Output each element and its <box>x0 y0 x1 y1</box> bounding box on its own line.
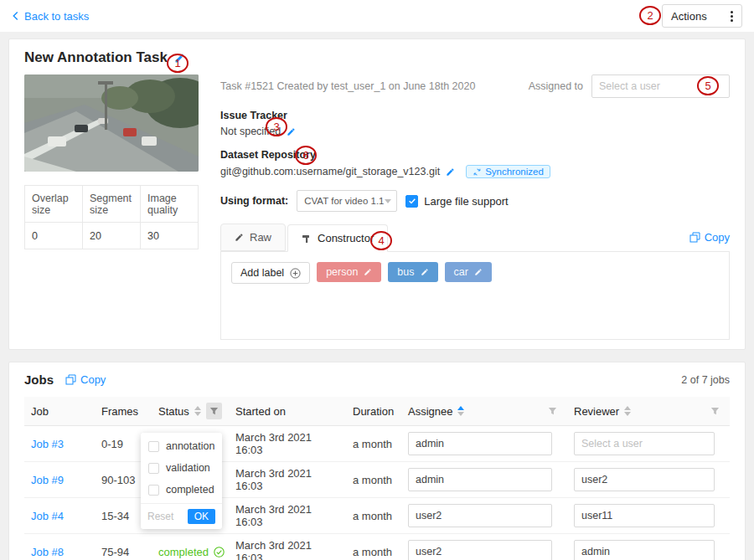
sync-status-label: Synchronized <box>485 167 544 177</box>
back-link-label: Back to tasks <box>24 10 89 23</box>
assigned-to-label: Assigned to <box>529 80 583 92</box>
column-reviewer[interactable]: Reviewer <box>574 405 619 418</box>
label-chip-person[interactable]: person <box>317 262 381 282</box>
dataset-repository-url: git@github.com:username/git_storage_v123… <box>220 166 440 177</box>
filter-option-annotation-label: annotation <box>166 440 214 452</box>
job-started: March 3rd 2021 16:03 <box>229 534 346 560</box>
task-title-row: New Annotation Task <box>24 49 730 66</box>
reviewer-filter-icon[interactable] <box>706 403 723 419</box>
param-header-overlap: Overlap size <box>25 186 83 223</box>
copy-jobs-button[interactable]: Copy <box>65 373 106 386</box>
tab-raw[interactable]: Raw <box>220 223 286 251</box>
copy-labels-label: Copy <box>705 231 730 244</box>
job-row-4: Job #4 15-34 March 3rd 2021 16:03 a mont… <box>24 498 730 534</box>
filter-option-validation[interactable]: validation <box>141 457 222 479</box>
tab-raw-label: Raw <box>250 231 271 244</box>
page-title: New Annotation Task <box>24 49 168 66</box>
copy-labels-button[interactable]: Copy <box>689 231 730 244</box>
column-duration: Duration <box>353 405 394 418</box>
edit-label-icon[interactable] <box>474 268 483 276</box>
check-icon <box>408 197 416 205</box>
reviewer-input[interactable] <box>574 432 715 455</box>
param-value-overlap: 0 <box>25 223 83 249</box>
job-started: March 3rd 2021 16:03 <box>229 462 346 498</box>
job-frames: 75-94 <box>95 534 152 560</box>
filter-option-validation-label: validation <box>166 462 210 474</box>
reviewer-input[interactable] <box>574 540 715 560</box>
label-chip-car[interactable]: car <box>445 262 492 282</box>
filter-reset-button[interactable]: Reset <box>147 511 173 522</box>
top-bar: Back to tasks Actions <box>0 0 754 32</box>
edit-label-icon[interactable] <box>421 268 429 276</box>
task-left-column: Overlap size Segment size Image quality … <box>24 74 199 340</box>
edit-issue-tracker-icon[interactable] <box>287 127 296 136</box>
copy-jobs-label: Copy <box>80 373 106 386</box>
column-assignee[interactable]: Assignee <box>408 405 452 418</box>
filter-checkbox-validation[interactable] <box>148 463 159 474</box>
param-value-quality: 30 <box>141 223 199 249</box>
assignee-input[interactable] <box>408 432 552 455</box>
param-header-segment: Segment size <box>83 186 141 223</box>
assigned-to-input[interactable] <box>591 74 730 98</box>
jobs-card: Jobs Copy 2 of 7 jobs Job Frames Status <box>8 362 746 560</box>
filter-ok-button[interactable]: OK <box>188 509 215 524</box>
assignee-filter-icon[interactable] <box>544 403 560 419</box>
tab-constructor[interactable]: Constructor <box>287 224 388 252</box>
sync-icon <box>473 167 482 177</box>
sync-status-badge: Synchronized <box>466 165 550 178</box>
filter-checkbox-annotation[interactable] <box>148 441 159 452</box>
task-right-column: Task #1521 Created by test_user_1 on Jun… <box>220 74 730 340</box>
label-chip-person-name: person <box>326 266 358 278</box>
job-duration: a month <box>346 426 401 462</box>
large-file-support-checkbox[interactable] <box>405 195 418 208</box>
caret-down-icon <box>385 199 391 203</box>
jobs-table: Job Frames Status Started on Duration <box>24 397 730 560</box>
actions-button-label: Actions <box>671 10 707 23</box>
assignee-input[interactable] <box>408 540 552 560</box>
filter-option-completed[interactable]: completed <box>141 479 222 501</box>
format-select-value: CVAT for video 1.1 <box>304 196 384 206</box>
column-status[interactable]: Status <box>158 405 189 418</box>
assignee-input[interactable] <box>408 504 552 527</box>
filter-option-annotation[interactable]: annotation <box>141 435 222 457</box>
status-sort-icon[interactable] <box>194 406 201 416</box>
edit-repository-icon[interactable] <box>446 167 455 177</box>
job-started: March 3rd 2021 16:03 <box>229 498 346 534</box>
reviewer-sort-icon[interactable] <box>624 406 631 416</box>
plus-circle-icon <box>290 268 301 279</box>
job-link[interactable]: Job #8 <box>31 546 64 558</box>
edit-label-icon[interactable] <box>364 268 372 276</box>
job-duration: a month <box>346 462 401 498</box>
job-status-completed: completed <box>158 546 225 558</box>
label-chip-car-name: car <box>454 266 468 278</box>
assignee-input[interactable] <box>408 468 552 491</box>
format-select[interactable]: CVAT for video 1.1 <box>297 190 397 212</box>
back-to-tasks-link[interactable]: Back to tasks <box>12 10 89 23</box>
label-chip-bus[interactable]: bus <box>388 262 437 282</box>
tab-constructor-label: Constructor <box>318 232 374 244</box>
reviewer-input[interactable] <box>574 504 715 527</box>
filter-checkbox-completed[interactable] <box>148 485 159 496</box>
edit-task-name-icon[interactable] <box>174 53 185 64</box>
job-link[interactable]: Job #4 <box>31 510 64 522</box>
reviewer-input[interactable] <box>574 468 715 491</box>
job-link[interactable]: Job #3 <box>31 438 64 450</box>
assignee-sort-icon[interactable] <box>457 406 464 416</box>
job-row-8: Job #8 75-94 completed March 3rd 2021 16… <box>24 534 730 560</box>
issue-tracker-label: Issue Tracker <box>220 110 730 121</box>
column-frames: Frames <box>101 405 138 418</box>
filter-option-completed-label: completed <box>166 484 214 496</box>
job-link[interactable]: Job #9 <box>31 474 64 486</box>
jobs-title: Jobs <box>24 372 54 387</box>
param-value-segment: 20 <box>83 223 141 249</box>
job-row-9: Job #9 90-103 March 3rd 2021 16:03 a mon… <box>24 462 730 498</box>
copy-icon <box>65 374 76 385</box>
issue-tracker-value: Not specified <box>220 126 281 137</box>
task-preview-image <box>24 74 199 172</box>
add-label-button[interactable]: Add label <box>231 262 310 284</box>
actions-button[interactable]: Actions <box>662 4 742 28</box>
status-filter-icon[interactable] <box>206 403 222 419</box>
check-circle-icon <box>214 547 225 557</box>
task-meta: Task #1521 Created by test_user_1 on Jun… <box>220 80 475 92</box>
column-job: Job <box>31 405 49 418</box>
